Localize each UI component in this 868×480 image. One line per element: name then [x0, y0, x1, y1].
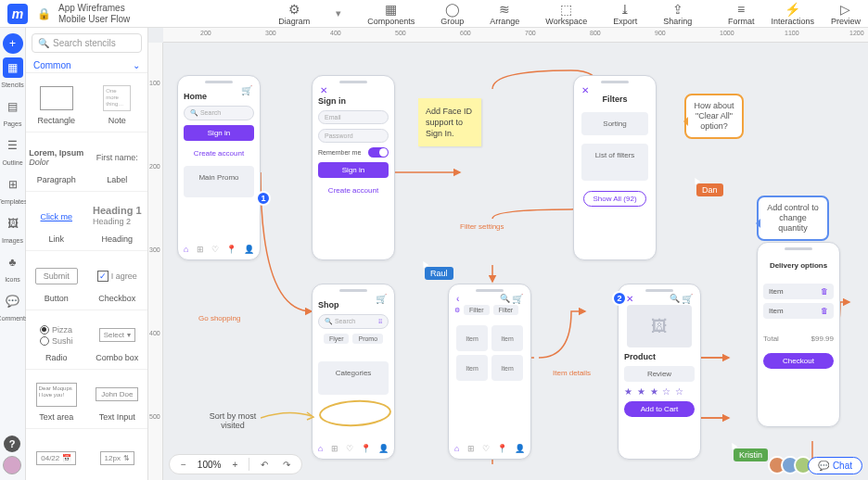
- remember-toggle: [368, 147, 389, 158]
- comments-tab[interactable]: 💬: [3, 291, 23, 311]
- tab-bar: ⌂⊞♡📍👤: [184, 245, 254, 254]
- cart-item-row: Item🗑: [763, 284, 834, 299]
- search-icon: 🔍: [670, 294, 680, 303]
- comment-marker-2[interactable]: 2: [612, 291, 627, 306]
- checkout-button: Checkout: [763, 353, 834, 369]
- stencil-textinput[interactable]: John DoeText Input: [87, 370, 148, 429]
- wireframe-delivery[interactable]: Delivery options Item🗑 Item🗑 Total$99.99…: [757, 242, 840, 427]
- delivery-title: Delivery options: [763, 261, 834, 270]
- arrange-tool[interactable]: ≋Arrange: [490, 2, 519, 26]
- trash-icon: 🗑: [821, 287, 828, 296]
- wireframe-filters[interactable]: ✕ Filters Sorting List of filters Show A…: [573, 75, 657, 260]
- star-rating: ★ ★ ★ ☆ ☆: [624, 386, 695, 397]
- cart-item-row: Item🗑: [763, 303, 834, 319]
- add-button[interactable]: +: [3, 33, 23, 54]
- trash-icon: 🗑: [821, 307, 828, 315]
- tab-bar: ⌂⊞♡📍👤: [454, 444, 525, 453]
- user-avatar[interactable]: [3, 456, 21, 474]
- group-tool[interactable]: ◯Group: [440, 2, 464, 26]
- comment-clear-all[interactable]: How about "Clear All" option?: [684, 94, 744, 139]
- document-title[interactable]: App Wireframes Mobile User Flow: [58, 3, 130, 25]
- app-title: App Wireframes: [58, 3, 130, 14]
- comment-marker-1[interactable]: 1: [256, 191, 271, 206]
- categories-block: Categories: [318, 361, 389, 395]
- stencil-radio[interactable]: PizzaSushiRadio: [26, 310, 87, 370]
- wireframe-home[interactable]: 🛒 Home 🔍 Search Sign in Create account M…: [177, 75, 261, 260]
- stencil-textarea[interactable]: Dear Moqups I love you!Text area: [26, 370, 87, 429]
- components-tool[interactable]: ▦Components: [367, 2, 415, 26]
- zoom-level[interactable]: 100%: [198, 460, 222, 470]
- stencil-link[interactable]: Click meLink: [26, 192, 87, 251]
- outline-tab[interactable]: ☰: [3, 135, 23, 156]
- page-title: Mobile User Flow: [58, 14, 130, 25]
- total-price: $99.99: [811, 335, 834, 343]
- zoom-controls: − 100% + ↶ ↷: [169, 454, 302, 474]
- remember-label: Remember me: [318, 149, 361, 156]
- canvas-area[interactable]: 200300400500600700800900100011001200 100…: [148, 28, 868, 480]
- interactions-tool[interactable]: ⚡Interactions: [771, 2, 814, 26]
- password-field: Password: [318, 129, 389, 143]
- collaborator-avatars[interactable]: [773, 456, 812, 474]
- create-account-link: Create account: [184, 145, 254, 161]
- search-stencils-input[interactable]: 🔍 Search stencils: [32, 33, 142, 53]
- icons-tab[interactable]: ♣: [3, 252, 23, 272]
- stencil-category[interactable]: Common⌄: [26, 58, 147, 73]
- signin-title: Sign in: [318, 96, 389, 106]
- signin-button: Sign in: [184, 125, 254, 141]
- pages-tab[interactable]: ▤: [3, 96, 23, 117]
- stencil-note[interactable]: One more thing…Note: [87, 73, 148, 133]
- total-label: Total: [763, 335, 779, 343]
- sticky-note[interactable]: Add Face ID support to Sign In.: [418, 98, 481, 146]
- stencil-checkbox[interactable]: ✓I agreeCheckbox: [87, 251, 148, 310]
- signin-submit: Sign in: [318, 162, 389, 178]
- undo-button[interactable]: ↶: [257, 460, 272, 470]
- cart-icon: 🛒: [512, 294, 523, 304]
- chat-icon: 💬: [818, 461, 829, 471]
- stencil-datepicker[interactable]: 04/22📅: [26, 429, 87, 480]
- stencil-stepper[interactable]: 12px⇅: [87, 429, 148, 480]
- create-link: Create account: [318, 183, 389, 198]
- help-button[interactable]: ?: [4, 436, 20, 452]
- export-tool[interactable]: ⤓Export: [613, 2, 637, 26]
- chat-button[interactable]: 💬Chat: [808, 457, 862, 474]
- close-icon: ✕: [581, 85, 589, 95]
- lock-icon[interactable]: 🔒: [37, 7, 51, 20]
- stencil-combobox[interactable]: Select▾Combo box: [87, 310, 148, 370]
- filter-list-block: List of filters: [581, 144, 648, 181]
- sharing-tool[interactable]: ⇪Sharing: [663, 2, 692, 26]
- images-tab[interactable]: 🖼: [3, 213, 23, 234]
- filter-icon: ⚙: [454, 307, 460, 314]
- wireframe-product[interactable]: ✕🔍🛒 🖼 Product Review ★ ★ ★ ☆ ☆ Add to Ca…: [618, 284, 701, 460]
- workspace-tool[interactable]: ⬚Workspace: [545, 2, 587, 26]
- wireframe-shop[interactable]: 🛒 Shop 🔍 Search ⁞⁞ FlyerPromo Categories…: [312, 284, 395, 460]
- stencil-button[interactable]: SubmitButton: [26, 251, 87, 310]
- comment-quantity[interactable]: Add control to change quantity: [757, 196, 829, 241]
- main-promo: Main Promo: [184, 166, 254, 197]
- cart-icon: 🛒: [682, 294, 693, 304]
- left-sidebar: + ▦ Stencils ▤ Pages ☰ Outline ⊞ Templat…: [0, 28, 26, 480]
- stencil-rectangle[interactable]: Rectangle: [26, 73, 87, 133]
- stencil-heading[interactable]: Heading 1Heading 2Heading: [87, 192, 148, 251]
- diagram-tool[interactable]: ⚙Diagram: [278, 2, 310, 26]
- format-tool[interactable]: ≡Format: [728, 2, 755, 26]
- wireframe-signin[interactable]: ✕ Sign in Email Password Remember me Sig…: [312, 75, 395, 260]
- cart-icon: 🛒: [376, 294, 387, 304]
- stencil-paragraph[interactable]: Lorem, IpsumDolorParagraph: [26, 133, 87, 192]
- redo-button[interactable]: ↷: [279, 460, 294, 470]
- zoom-out-button[interactable]: −: [177, 460, 190, 470]
- wireframe-grid[interactable]: ‹🔍🛒 ⚙FilterFilter ItemItem ItemItem ⌂⊞♡📍…: [448, 284, 531, 460]
- image-placeholder: 🖼: [627, 305, 692, 347]
- flow-label-itemdetails: Item details: [553, 369, 591, 377]
- zoom-in-button[interactable]: +: [228, 460, 241, 470]
- stencils-tab[interactable]: ▦: [3, 57, 23, 78]
- dropdown-caret-icon[interactable]: ▾: [336, 7, 341, 19]
- email-field: Email: [318, 110, 389, 124]
- cursor-raul: Raul: [425, 267, 453, 280]
- product-title: Product: [624, 352, 695, 361]
- show-all-button: Show All (92): [583, 191, 646, 207]
- stencil-label[interactable]: First name:Label: [87, 133, 148, 192]
- search-field: 🔍 Search: [184, 106, 254, 120]
- sorting-block: Sorting: [581, 112, 648, 135]
- templates-tab[interactable]: ⊞: [3, 174, 23, 195]
- preview-tool[interactable]: ▷Preview: [831, 2, 861, 26]
